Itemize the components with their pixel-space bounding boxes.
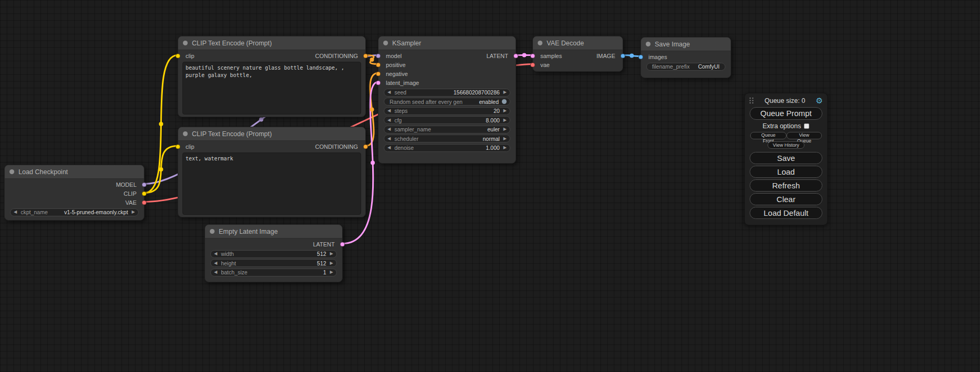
model-input-port[interactable] [376,53,381,58]
node-save-image[interactable]: Save Image images filename_prefix ComfyU… [641,37,731,78]
node-titlebar[interactable]: CLIP Text Encode (Prompt) [178,36,365,50]
widget-seed[interactable]: ◀ seed 156680208700286 ▶ [384,89,510,97]
samples-input-port[interactable] [530,53,535,58]
view-queue-button[interactable]: View Queue [787,132,822,139]
image-output-port[interactable] [620,53,625,58]
node-clip-text-encode-negative[interactable]: CLIP Text Encode (Prompt) clip CONDITION… [178,127,366,217]
node-ksampler[interactable]: KSampler model LATENT positive negative … [378,36,516,164]
port-label: samples [540,53,562,59]
collapse-dot[interactable] [183,131,188,136]
extra-options-checkbox[interactable] [804,123,809,129]
queue-prompt-button[interactable]: Queue Prompt [750,107,822,120]
widget-denoise[interactable]: ◀ denoise 1.000 ▶ [384,144,510,152]
node-load-checkpoint[interactable]: Load Checkpoint MODEL CLIP VAE ◀ ckpt_na… [4,165,144,221]
arrow-left-icon[interactable]: ◀ [387,127,391,131]
arrow-left-icon[interactable]: ◀ [387,109,391,113]
widget-label: height [221,260,236,266]
arrow-right-icon[interactable]: ▶ [503,127,507,131]
widget-batch-size[interactable]: ◀ batch_size 1 ▶ [210,269,337,276]
conditioning-output-port[interactable] [363,53,368,58]
widget-random-seed-toggle[interactable]: Random seed after every gen enabled [384,98,510,106]
load-button[interactable]: Load [750,166,822,178]
arrow-right-icon[interactable]: ▶ [330,261,333,265]
refresh-button[interactable]: Refresh [750,179,822,192]
arrow-left-icon[interactable]: ◀ [14,210,17,214]
positive-input-port[interactable] [376,62,381,67]
node-clip-text-encode-positive[interactable]: CLIP Text Encode (Prompt) clip CONDITION… [178,36,366,117]
collapse-dot[interactable] [646,42,651,46]
node-empty-latent-image[interactable]: Empty Latent Image LATENT ◀ width 512 ▶ … [205,224,343,282]
view-history-button[interactable]: View History [768,141,804,149]
vae-output-port[interactable] [142,200,147,205]
port-label: negative [386,71,408,77]
node-titlebar[interactable]: CLIP Text Encode (Prompt) [178,127,365,141]
arrow-left-icon[interactable]: ◀ [387,146,391,150]
drag-handle-icon[interactable] [749,97,754,104]
port-label: IMAGE [597,53,615,59]
widget-cfg[interactable]: ◀ cfg 8.000 ▶ [384,116,510,124]
model-output-port[interactable] [142,182,147,187]
queue-front-button[interactable]: Queue Front [750,132,787,139]
widget-sampler-name[interactable]: ◀ sampler_name euler ▶ [384,126,510,133]
load-default-button[interactable]: Load Default [750,207,822,219]
widget-value: 512 [317,251,326,257]
arrow-left-icon[interactable]: ◀ [387,118,391,122]
settings-gear-icon[interactable]: ⚙ [816,97,823,104]
save-button[interactable]: Save [750,152,822,164]
widget-label: batch_size [221,269,247,275]
clip-output-port[interactable] [142,191,147,196]
prompt-textarea[interactable]: beautiful scenery nature glass bottle la… [182,62,361,115]
arrow-left-icon[interactable]: ◀ [387,90,391,94]
widget-filename-prefix[interactable]: filename_prefix ComfyUI [646,63,725,71]
node-vae-decode[interactable]: VAE Decode samples IMAGE vae [532,36,623,72]
port-label: images [648,54,667,60]
negative-input-port[interactable] [376,71,381,76]
collapse-dot[interactable] [538,41,542,45]
arrow-left-icon[interactable]: ◀ [214,270,217,274]
node-titlebar[interactable]: Load Checkpoint [5,165,144,179]
arrow-left-icon[interactable]: ◀ [387,137,391,141]
link-dot [159,167,163,171]
clip-input-port[interactable] [176,144,180,149]
collapse-dot[interactable] [210,229,215,234]
port-label: clip [186,53,195,59]
node-graph-canvas[interactable]: Load Checkpoint MODEL CLIP VAE ◀ ckpt_na… [0,0,980,372]
arrow-right-icon[interactable]: ▶ [330,270,333,274]
node-title: KSampler [392,40,421,47]
arrow-left-icon[interactable]: ◀ [214,261,217,265]
arrow-right-icon[interactable]: ▶ [503,90,507,94]
widget-label: seed [394,89,406,96]
arrow-right-icon[interactable]: ▶ [330,252,333,256]
widget-value: 1 [323,269,326,275]
latent-image-input-port[interactable] [376,80,381,85]
latent-output-port[interactable] [513,53,518,58]
node-titlebar[interactable]: VAE Decode [533,36,623,50]
collapse-dot[interactable] [383,41,388,45]
prompt-textarea[interactable]: text, watermark [182,152,361,215]
clear-button[interactable]: Clear [750,193,822,205]
clip-input-port[interactable] [176,53,180,58]
toggle-knob[interactable] [502,99,507,104]
arrow-right-icon[interactable]: ▶ [503,118,507,122]
widget-width[interactable]: ◀ width 512 ▶ [210,250,337,258]
collapse-dot[interactable] [183,41,188,45]
latent-output-port[interactable] [340,242,345,246]
node-titlebar[interactable]: Save Image [641,37,731,51]
node-title: Save Image [655,41,690,48]
node-title: Load Checkpoint [18,168,68,176]
arrow-right-icon[interactable]: ▶ [132,210,135,214]
widget-scheduler[interactable]: ◀ scheduler normal ▶ [384,135,510,142]
arrow-right-icon[interactable]: ▶ [503,137,507,141]
vae-input-port[interactable] [530,62,535,67]
conditioning-output-port[interactable] [363,144,368,149]
images-input-port[interactable] [638,54,643,59]
node-titlebar[interactable]: Empty Latent Image [205,225,342,239]
arrow-right-icon[interactable]: ▶ [503,146,507,150]
widget-height[interactable]: ◀ height 512 ▶ [210,259,337,267]
arrow-right-icon[interactable]: ▶ [503,109,507,113]
node-titlebar[interactable]: KSampler [379,36,516,50]
arrow-left-icon[interactable]: ◀ [214,252,217,256]
widget-steps[interactable]: ◀ steps 20 ▶ [384,107,510,115]
widget-ckpt-name[interactable]: ◀ ckpt_name v1-5-pruned-emaonly.ckpt ▶ [10,208,139,216]
collapse-dot[interactable] [9,169,14,174]
